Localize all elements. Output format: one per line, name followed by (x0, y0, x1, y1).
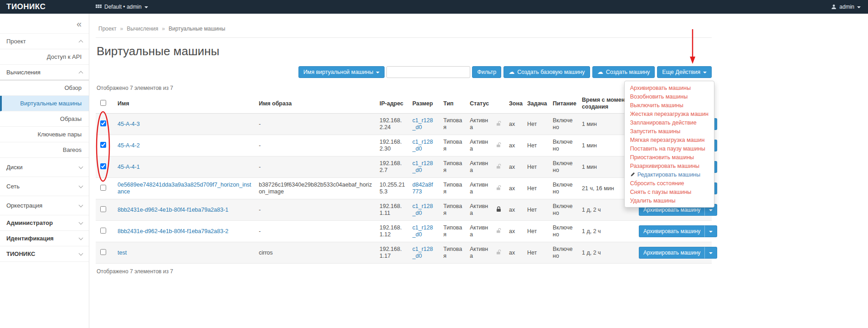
actions-menu-item[interactable]: Приостановить машины (625, 153, 714, 161)
column-header[interactable]: Имя (114, 94, 255, 114)
column-header[interactable]: IP-адрес (376, 94, 409, 114)
flavor-link[interactable]: c1_r128_d0 (412, 160, 433, 173)
row-checkbox[interactable] (100, 163, 106, 169)
row-checkbox[interactable] (100, 228, 106, 234)
lock-open-icon (496, 228, 502, 234)
page-title: Виртуальные машины (96, 44, 712, 58)
flavor-link[interactable]: d842a8f773 (412, 182, 433, 195)
actions-menu-item[interactable]: Запланировать действие (625, 118, 714, 127)
actions-menu-item[interactable]: Поставить на паузу машины (625, 144, 714, 153)
flavor-link[interactable]: c1_r128_d0 (412, 246, 433, 259)
filter-button[interactable]: Фильтр (472, 66, 501, 78)
table-row: 45-A-4-3-192.168.2.24c1_r128_d0ТиповаяАк… (96, 114, 712, 135)
column-header[interactable]: Статус (466, 94, 493, 114)
sidebar-collapse-button[interactable]: « (77, 19, 82, 28)
actions-menu-item[interactable]: Сбросить состояние (625, 179, 714, 187)
archive-vm-button[interactable]: Архивировать машину (639, 225, 704, 237)
sidebar-item-images[interactable]: Образы (0, 111, 89, 127)
sidebar-item-overview[interactable]: Обзор (0, 80, 89, 96)
sidebar-item-tionix[interactable]: ТИОНИКС (0, 246, 89, 262)
chevron-down-icon (79, 164, 83, 169)
actions-menu-item[interactable]: Удалить машины (625, 196, 714, 205)
actions-menu-item[interactable]: Редактировать машины (625, 170, 714, 179)
sidebar-item-identity[interactable]: Идентификация (0, 231, 89, 246)
sidebar-item-api-access[interactable]: Доступ к API (0, 49, 89, 65)
column-header[interactable]: Имя образа (255, 94, 376, 114)
vm-name-link[interactable]: 45-A-4-1 (118, 164, 140, 170)
lock-open-icon (496, 163, 502, 169)
actions-menu-item[interactable]: Архивировать машины (625, 83, 714, 92)
sidebar-item-network[interactable]: Сеть (0, 177, 89, 196)
caret-down-icon (144, 6, 148, 8)
column-header[interactable]: Питание (549, 94, 578, 114)
row-actions-toggle[interactable] (704, 247, 717, 259)
vm-name-link[interactable]: 45-A-4-3 (118, 121, 140, 127)
search-input[interactable] (386, 66, 470, 78)
create-base-vm-button[interactable]: ☁ Создать базовую машину (503, 66, 590, 78)
vm-task: Нет (524, 156, 549, 178)
actions-menu-item[interactable]: Мягкая перезагрузка машин (625, 135, 714, 144)
pencil-icon (630, 172, 635, 177)
sidebar-item-label: Сеть (6, 183, 20, 190)
actions-menu-item[interactable]: Разархивировать машины (625, 161, 714, 170)
sidebar-item-project[interactable]: Проект (0, 34, 89, 49)
sidebar-item-key-pairs[interactable]: Ключевые пары (0, 127, 89, 142)
ip-address: 192.168.2.24 (376, 114, 409, 135)
archive-vm-button[interactable]: Архивировать машину (639, 247, 704, 259)
sidebar-item-label: Диски (6, 164, 23, 171)
row-checkbox[interactable] (100, 206, 106, 212)
row-checkbox[interactable] (100, 142, 106, 148)
sidebar-item-compute[interactable]: Вычисления (0, 65, 89, 80)
row-checkbox[interactable] (100, 120, 106, 126)
sidebar-item-bareos[interactable]: Bareos (0, 142, 89, 158)
sidebar-item-volumes[interactable]: Диски (0, 158, 89, 177)
column-header[interactable]: Размер (409, 94, 440, 114)
lock-open-icon (496, 142, 502, 148)
vm-zone: ax (505, 156, 524, 178)
caret-down-icon (857, 6, 861, 8)
caret-down-icon (709, 231, 713, 233)
chevron-down-icon (79, 235, 83, 240)
lock-open-icon (496, 185, 502, 191)
row-checkbox[interactable] (100, 185, 106, 191)
vm-name-link[interactable]: 45-A-4-2 (118, 142, 140, 149)
breadcrumb-item[interactable]: Вычисления (127, 26, 158, 32)
user-menu[interactable]: admin (831, 4, 868, 10)
column-header[interactable]: Зона (505, 94, 524, 114)
actions-menu-item[interactable]: Выключить машины (625, 101, 714, 109)
row-actions-toggle[interactable] (704, 225, 717, 237)
context-switcher[interactable]: Default • admin (89, 4, 148, 10)
items-count-bottom: Отображено 7 элементов из 7 (97, 268, 711, 275)
more-actions-button[interactable]: Еще Действия (657, 66, 712, 78)
user-name: admin (839, 4, 854, 10)
sidebar-item-orchestration[interactable]: Оркестрация (0, 196, 89, 215)
menu-item-label: Запустить машины (630, 128, 681, 135)
page: ТИОНИКС Default • admin admin « ПроектДо… (0, 0, 868, 328)
flavor-link[interactable]: c1_r128_d0 (412, 117, 433, 130)
create-vm-button[interactable]: ☁ Создать машину (592, 66, 655, 78)
select-all-checkbox[interactable] (100, 100, 106, 106)
actions-menu-item[interactable]: Возобновить машины (625, 92, 714, 101)
menu-item-label: Запланировать действие (630, 119, 697, 126)
breadcrumb-item[interactable]: Проект (98, 26, 117, 32)
flavor-link[interactable]: c1_r128_d0 (412, 139, 433, 152)
actions-menu-item[interactable]: Снять с паузы машины (625, 187, 714, 196)
flavor-link[interactable]: c1_r128_d0 (412, 203, 433, 216)
sidebar-item-label: Ключевые пары (37, 131, 82, 138)
vm-power: Включено (549, 221, 578, 242)
row-checkbox[interactable] (100, 249, 106, 255)
vm-name-link[interactable]: test (118, 250, 127, 256)
actions-menu-item[interactable]: Запустить машины (625, 127, 714, 135)
sidebar-item-instances[interactable]: Виртуальные машины (0, 96, 89, 111)
search-field-select[interactable]: Имя виртуальной машины (298, 66, 385, 78)
brand-logo[interactable]: ТИОНИКС (0, 2, 89, 11)
ip-address: 192.168.1.11 (376, 199, 409, 221)
flavor-link[interactable]: c1_r128_d0 (412, 224, 433, 238)
vm-name-link[interactable]: 0e5689ee748241dda3a9a3a825d709f7_horizon… (118, 182, 251, 195)
sidebar-item-admin[interactable]: Администратор (0, 215, 89, 231)
actions-menu-item[interactable]: Жесткая перезагрузка машин (625, 109, 714, 118)
vm-name-link[interactable]: 8bb2431e-d962-4e1b-80f4-f1eba79a2a83-1 (118, 207, 228, 213)
column-header[interactable]: Задача (524, 94, 549, 114)
vm-name-link[interactable]: 8bb2431e-d962-4e1b-80f4-f1eba79a2a83-2 (118, 228, 228, 234)
column-header[interactable]: Тип (440, 94, 466, 114)
